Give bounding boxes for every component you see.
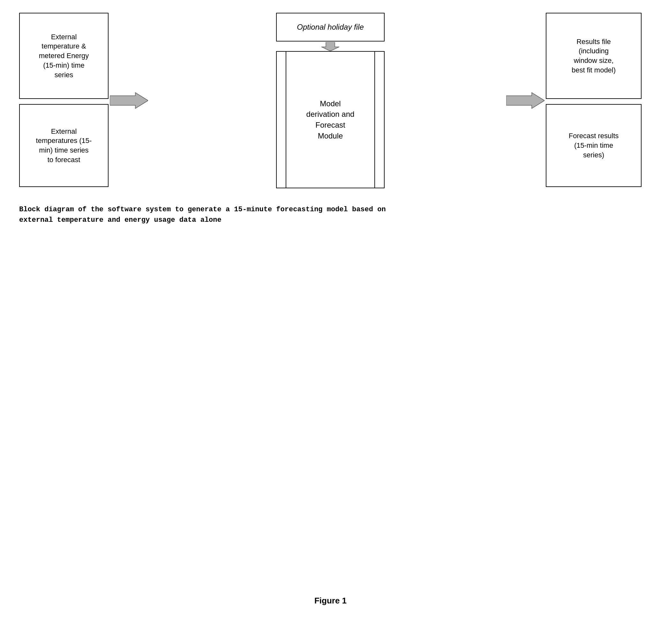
right-box-bottom-label: Forecast results (15-min time series)	[569, 131, 619, 160]
svg-marker-0	[110, 93, 148, 109]
arrow-down	[321, 42, 340, 51]
left-box-top-label: External temperature & metered Energy (1…	[39, 32, 89, 79]
left-box-bottom-label: External temperatures (15- min) time ser…	[36, 127, 92, 165]
figure-label: Figure 1	[0, 596, 661, 606]
left-boxes: External temperature & metered Energy (1…	[19, 13, 109, 191]
right-box-top: Results file (including window size, bes…	[546, 13, 641, 99]
caption-line2: external temperature and energy usage da…	[19, 215, 625, 225]
right-boxes: Results file (including window size, bes…	[546, 13, 641, 191]
center-module-label: Model derivation and Forecast Module	[306, 98, 355, 141]
right-box-bottom: Forecast results (15-min time series)	[546, 104, 641, 187]
right-box-top-label: Results file (including window size, bes…	[572, 37, 616, 75]
svg-marker-1	[321, 42, 339, 51]
left-box-bottom: External temperatures (15- min) time ser…	[19, 104, 109, 187]
holiday-file-box: Optional holiday file	[276, 13, 385, 42]
arrow-right-1	[110, 91, 148, 110]
svg-marker-2	[506, 93, 545, 109]
caption-line1: Block diagram of the software system to …	[19, 204, 625, 215]
holiday-file-label: Optional holiday file	[297, 22, 364, 32]
diagram-container: External temperature & metered Energy (1…	[19, 13, 641, 198]
arrow-right-2	[506, 91, 545, 110]
left-box-top: External temperature & metered Energy (1…	[19, 13, 109, 99]
caption: Block diagram of the software system to …	[19, 204, 625, 225]
center-module: Model derivation and Forecast Module	[276, 51, 385, 188]
